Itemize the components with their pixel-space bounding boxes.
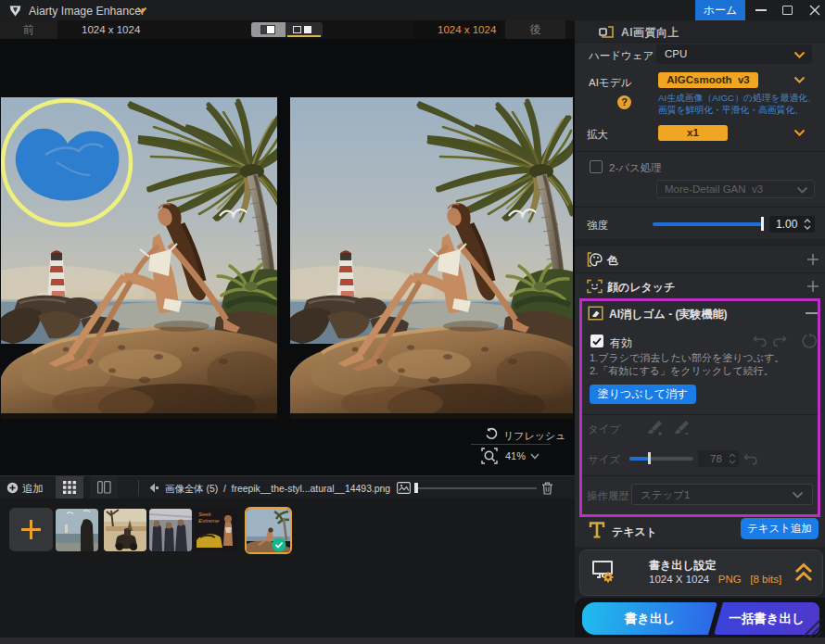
- svg-text:Seek: Seek: [198, 511, 212, 517]
- svg-text:Extreme: Extreme: [198, 518, 220, 524]
